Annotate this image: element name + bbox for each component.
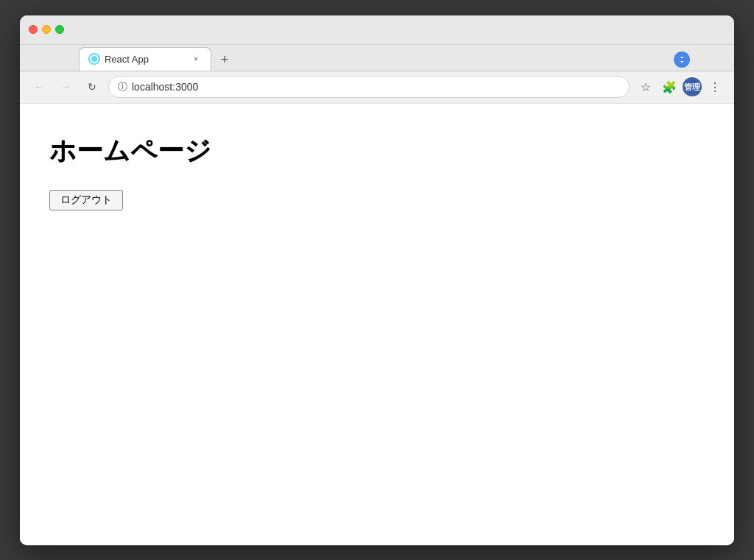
- tab-close-button[interactable]: ×: [190, 53, 202, 65]
- back-icon: ←: [34, 81, 44, 93]
- star-icon: ☆: [641, 80, 651, 94]
- extensions-icon: 🧩: [662, 80, 677, 94]
- secure-icon: ⓘ: [118, 80, 127, 93]
- forward-icon: →: [60, 81, 71, 93]
- chrome-options-button[interactable]: ⋮: [705, 77, 725, 97]
- reload-button[interactable]: ↻: [82, 77, 102, 97]
- reload-icon: ↻: [88, 81, 96, 93]
- close-button[interactable]: [29, 25, 38, 34]
- title-bar: [20, 15, 734, 45]
- page-heading: ホームページ: [49, 133, 705, 169]
- tab-title: React App: [105, 54, 186, 65]
- browser-window: React App × + ← → ↻ ⓘ localho: [20, 15, 734, 545]
- tab-favicon-icon: [88, 53, 100, 65]
- back-button[interactable]: ←: [29, 77, 49, 97]
- browser-tab[interactable]: React App ×: [79, 47, 211, 71]
- address-bar: ← → ↻ ⓘ localhost:3000 ☆ 🧩 管理 ⋮: [20, 71, 734, 104]
- logout-button[interactable]: ログアウト: [49, 190, 123, 210]
- maximize-button[interactable]: [55, 25, 64, 34]
- forward-button[interactable]: →: [55, 77, 76, 97]
- url-text: localhost:3000: [132, 81, 620, 93]
- chrome-menu-icon[interactable]: [674, 52, 690, 68]
- address-bar-actions: ☆ 🧩 管理 ⋮: [635, 77, 725, 97]
- url-bar[interactable]: ⓘ localhost:3000: [108, 76, 630, 98]
- profile-avatar[interactable]: 管理: [683, 77, 702, 96]
- avatar-label: 管理: [684, 82, 700, 93]
- more-options-icon: ⋮: [709, 80, 721, 94]
- traffic-lights: [29, 25, 64, 34]
- page-content: ホームページ ログアウト: [20, 104, 734, 545]
- new-tab-button[interactable]: +: [214, 50, 235, 71]
- bookmark-button[interactable]: ☆: [635, 77, 656, 97]
- tab-bar: React App × +: [20, 45, 734, 71]
- extensions-button[interactable]: 🧩: [659, 77, 680, 97]
- minimize-button[interactable]: [42, 25, 51, 34]
- tab-bar-end: [674, 52, 690, 71]
